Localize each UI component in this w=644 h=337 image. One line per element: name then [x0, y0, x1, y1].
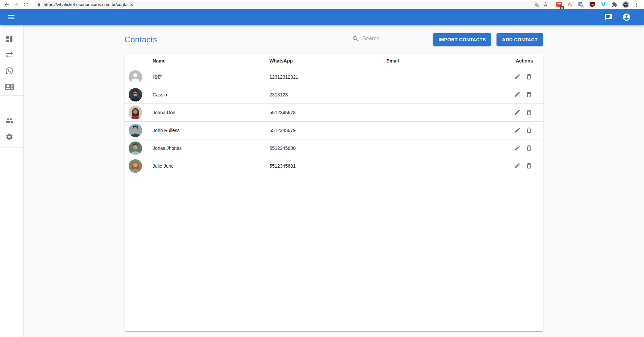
contact-email — [381, 68, 508, 86]
whatsapp-tickets-icon[interactable] — [1, 63, 17, 79]
svg-text:A: A — [581, 4, 583, 7]
ublock-glyph: uO — [590, 2, 595, 7]
contact-name: Joana Doe — [147, 103, 264, 121]
vimeo-glyph: V — [601, 1, 605, 8]
contact-avatar-cell — [125, 157, 147, 175]
contact-actions — [508, 68, 543, 86]
url-text[interactable]: https://whaticket.economicros.com.br/con… — [44, 2, 133, 7]
contact-name: 烙饼 — [147, 68, 264, 86]
main-content: Contacts IMPORT CONTACTS ADD CONTACT — [24, 25, 644, 337]
contact-avatar — [129, 141, 147, 155]
contact-avatar-cell — [125, 139, 147, 157]
search-input[interactable] — [361, 35, 428, 42]
contact-email — [381, 121, 508, 139]
contact-avatar-cell — [125, 68, 147, 86]
extensions-area: 3 文A uO V — [554, 1, 642, 9]
contact-avatar — [129, 124, 147, 137]
edit-contact-button[interactable] — [513, 162, 521, 170]
contact-actions — [508, 139, 543, 157]
contact-email — [381, 157, 508, 175]
puzzle-extensions-icon[interactable] — [610, 1, 618, 9]
reload-icon[interactable] — [21, 1, 30, 9]
app-bar — [0, 9, 644, 25]
email-column-header: Email — [381, 54, 508, 68]
contact-actions — [508, 86, 543, 103]
contact-actions — [508, 157, 543, 175]
dashboard-icon[interactable] — [1, 31, 17, 47]
contact-name: Julie June — [147, 157, 264, 175]
contact-row: John Rulless 5512345679 — [125, 121, 543, 139]
contact-avatar — [129, 159, 147, 173]
account-circle-icon[interactable] — [619, 10, 634, 25]
contact-actions — [508, 103, 543, 121]
bookmark-star-icon[interactable] — [543, 2, 548, 7]
table-header-row: Name WhatsApp Email Actions — [125, 54, 543, 68]
contacts-card: Name WhatsApp Email Actions 烙饼 123123123… — [125, 54, 543, 331]
contact-avatar-cell — [125, 103, 147, 121]
delete-contact-button[interactable] — [525, 144, 533, 152]
contact-whatsapp: 5512345679 — [264, 121, 381, 139]
contact-avatar — [129, 106, 147, 119]
people-icon[interactable] — [1, 113, 17, 129]
contact-row: Joana Doe 5512345678 — [125, 103, 543, 121]
rss-extension-icon[interactable] — [566, 1, 574, 9]
contact-email — [381, 103, 508, 121]
translate-page-icon[interactable] — [534, 2, 539, 7]
whatsapp-column-header: WhatsApp — [264, 54, 381, 68]
import-contacts-button[interactable]: IMPORT CONTACTS — [433, 33, 491, 46]
contact-name: John Rulless — [147, 121, 264, 139]
contact-whatsapp: 12312312321 — [264, 68, 381, 86]
delete-contact-button[interactable] — [525, 73, 533, 81]
add-contact-button[interactable]: ADD CONTACT — [497, 33, 543, 46]
contact-row: 烙饼 12312312321 — [125, 68, 543, 86]
delete-contact-button[interactable] — [525, 126, 533, 134]
vimeo-extension-icon[interactable]: V — [599, 1, 607, 9]
actions-column-header: Actions — [508, 54, 543, 68]
delete-contact-button[interactable] — [525, 108, 533, 117]
page-header: Contacts IMPORT CONTACTS ADD CONTACT — [125, 25, 543, 54]
contact-whatsapp: 2313123 — [264, 86, 381, 103]
contact-avatar-cell — [125, 86, 147, 103]
settings-gear-icon[interactable] — [1, 129, 17, 145]
address-bar[interactable]: https://whaticket.economicros.com.br/con… — [34, 1, 552, 8]
edit-contact-button[interactable] — [513, 108, 521, 116]
avatar-column-header — [125, 54, 147, 68]
name-column-header: Name — [147, 54, 264, 68]
ublock-extension-icon[interactable]: uO — [588, 1, 596, 9]
delete-contact-button[interactable] — [525, 162, 533, 170]
forward-icon[interactable] — [11, 1, 21, 9]
contacts-icon[interactable] — [1, 79, 17, 95]
contact-whatsapp: 5512345680 — [264, 139, 381, 157]
edit-contact-button[interactable] — [513, 144, 521, 152]
contact-avatar — [129, 70, 147, 84]
contact-whatsapp: 5512345678 — [264, 103, 381, 121]
contacts-table: Name WhatsApp Email Actions 烙饼 123123123… — [125, 54, 543, 175]
contact-name: Jonas Jhones — [147, 139, 264, 157]
contact-row: Julie June 5512345681 — [125, 157, 543, 175]
contact-avatar-cell — [125, 121, 147, 139]
edit-contact-button[interactable] — [513, 73, 521, 81]
translate-extension-icon[interactable]: 文A — [577, 1, 585, 9]
chat-icon[interactable] — [601, 10, 616, 25]
browser-toolbar: https://whaticket.economicros.com.br/con… — [0, 0, 644, 9]
contact-email — [381, 139, 508, 157]
sidebar — [0, 25, 24, 337]
red-extension-icon[interactable]: 3 — [555, 1, 563, 9]
edit-contact-button[interactable] — [513, 126, 521, 134]
contact-email — [381, 86, 508, 103]
connections-sync-icon[interactable] — [1, 47, 17, 63]
contact-whatsapp: 5512345681 — [264, 157, 381, 175]
contact-row: Jonas Jhones 5512345680 — [125, 139, 543, 157]
contact-name: Cassio — [147, 86, 264, 103]
edit-contact-button[interactable] — [513, 90, 521, 98]
back-icon[interactable] — [2, 1, 11, 9]
menu-icon[interactable] — [4, 10, 19, 25]
lock-icon[interactable] — [37, 3, 41, 7]
contact-avatar — [129, 88, 147, 101]
browser-menu-icon[interactable] — [633, 1, 641, 9]
sidebar-divider-bottom — [0, 148, 23, 148]
delete-contact-button[interactable] — [525, 90, 533, 99]
search-box — [352, 35, 428, 44]
profile-avatar[interactable] — [621, 1, 630, 9]
search-icon — [352, 35, 359, 42]
